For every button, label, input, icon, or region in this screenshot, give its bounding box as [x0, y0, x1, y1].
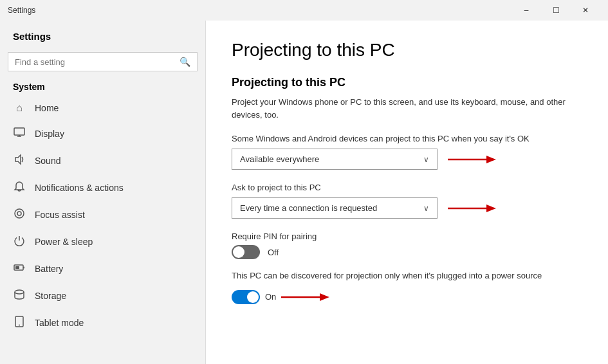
nav-label-focus: Focus assist: [35, 210, 85, 220]
section-title: Projecting to this PC: [232, 76, 582, 89]
search-box[interactable]: 🔍: [8, 52, 198, 71]
arrow-indicator-3: [281, 287, 333, 307]
svg-marker-13: [486, 156, 496, 163]
nav-label-power: Power & sleep: [35, 237, 93, 247]
nav-label-sound: Sound: [35, 156, 60, 166]
ask-project-label: Ask to project to this PC: [232, 183, 582, 192]
sidebar-item-power[interactable]: Power & sleep: [0, 228, 205, 255]
pin-toggle[interactable]: [232, 245, 260, 259]
sidebar-item-display[interactable]: Display: [0, 120, 205, 147]
sidebar-title: Settings: [0, 21, 205, 47]
search-icon: 🔍: [180, 57, 190, 67]
svg-rect-7: [23, 267, 24, 269]
pin-section: Require PIN for pairing Off: [232, 232, 582, 259]
home-icon: ⌂: [13, 102, 26, 114]
storage-icon: [13, 289, 26, 303]
sound-icon: [13, 154, 26, 168]
ask-project-value: Every time a connection is requested: [240, 203, 377, 213]
app-container: Settings 🔍 System ⌂ Home Display: [0, 21, 608, 364]
sidebar-item-battery[interactable]: Battery: [0, 255, 205, 282]
plugged-toggle-label: On: [265, 292, 276, 302]
sidebar-item-notifications[interactable]: Notifications & actions: [0, 174, 205, 201]
maximize-button[interactable]: ☐: [541, 0, 571, 21]
device-project-dropdown[interactable]: Available everywhere ∨: [232, 149, 438, 170]
content-area: Projecting to this PC Projecting to this…: [206, 21, 608, 364]
tablet-icon: [13, 316, 26, 330]
display-icon: [13, 127, 26, 141]
device-project-row: Available everywhere ∨: [232, 149, 582, 170]
pin-toggle-row: Off: [232, 245, 582, 259]
nav-label-storage: Storage: [35, 291, 66, 301]
sidebar-item-tablet[interactable]: Tablet mode: [0, 309, 205, 336]
sidebar: Settings 🔍 System ⌂ Home Display: [0, 21, 206, 364]
power-icon: [13, 235, 26, 249]
svg-point-9: [15, 290, 24, 294]
toggle-thumb-pin: [233, 246, 244, 258]
minimize-button[interactable]: –: [511, 0, 541, 21]
svg-marker-3: [15, 155, 21, 164]
chevron-down-icon-2: ∨: [423, 204, 429, 213]
device-project-label: Some Windows and Android devices can pro…: [232, 134, 582, 143]
nav-label-tablet: Tablet mode: [35, 318, 84, 328]
sidebar-item-sound[interactable]: Sound: [0, 147, 205, 174]
notifications-icon: [13, 181, 26, 195]
pin-label: Require PIN for pairing: [232, 232, 582, 241]
ask-project-dropdown[interactable]: Every time a connection is requested ∨: [232, 197, 438, 219]
nav-label-notifications: Notifications & actions: [35, 183, 124, 193]
plugged-section: This PC can be discovered for projection…: [232, 269, 582, 307]
svg-point-11: [19, 325, 20, 326]
svg-marker-15: [486, 205, 496, 212]
svg-rect-0: [14, 128, 24, 135]
device-project-value: Available everywhere: [240, 154, 319, 164]
svg-point-4: [15, 209, 24, 218]
toggle-thumb-plugged: [247, 291, 259, 303]
title-bar: Settings – ☐ ✕: [0, 0, 608, 21]
focus-icon: [13, 208, 26, 222]
sidebar-item-storage[interactable]: Storage: [0, 282, 205, 309]
svg-rect-8: [15, 266, 19, 269]
svg-marker-17: [320, 293, 329, 301]
pin-toggle-label: Off: [268, 248, 279, 257]
chevron-down-icon: ∨: [423, 155, 429, 164]
plugged-toggle[interactable]: [232, 290, 260, 304]
system-label: System: [0, 79, 205, 96]
app-title: Settings: [8, 6, 35, 15]
close-button[interactable]: ✕: [571, 0, 600, 21]
description-text: Project your Windows phone or PC to this…: [232, 96, 582, 121]
ask-project-row: Every time a connection is requested ∨: [232, 197, 582, 219]
plugged-toggle-row: On: [232, 287, 582, 307]
page-title: Projecting to this PC: [232, 40, 582, 60]
arrow-indicator-2: [448, 199, 499, 218]
plugged-desc: This PC can be discovered for projection…: [232, 269, 582, 282]
battery-icon: [13, 262, 26, 276]
arrow-indicator-1: [448, 150, 499, 169]
svg-point-5: [17, 212, 21, 215]
nav-label-battery: Battery: [35, 264, 63, 274]
nav-label-display: Display: [35, 129, 64, 139]
sidebar-item-home[interactable]: ⌂ Home: [0, 96, 205, 120]
nav-label-home: Home: [35, 103, 59, 113]
title-bar-controls: – ☐ ✕: [511, 0, 600, 21]
search-input[interactable]: [15, 57, 174, 67]
title-bar-left: Settings: [8, 6, 35, 15]
sidebar-item-focus[interactable]: Focus assist: [0, 201, 205, 228]
